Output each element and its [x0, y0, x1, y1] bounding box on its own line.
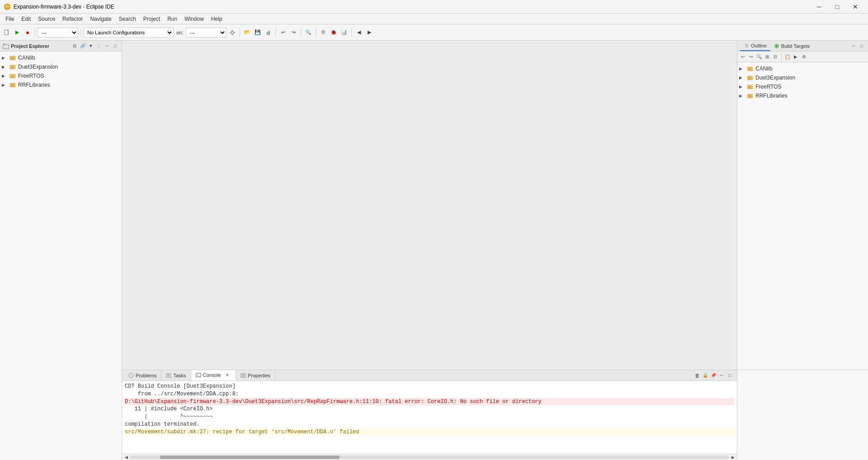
console-h-scrollbar[interactable]: ◀ ▶	[122, 454, 737, 460]
tb-profile-btn[interactable]: 📊	[339, 28, 349, 38]
tb-save-btn[interactable]: 💾	[253, 28, 263, 38]
menu-refactor[interactable]: Refactor	[59, 14, 86, 24]
outline-item-canlib[interactable]: ▶ C CANlib	[737, 64, 868, 73]
console-line-0: from ../src/Movement/DDA.cpp:8:	[125, 390, 734, 398]
tb-redo-btn[interactable]: ↪	[288, 28, 298, 38]
console-line-5: src/Movement/subdir.mk:27: recipe for ta…	[125, 428, 734, 436]
minimize-button[interactable]: ─	[810, 0, 828, 14]
outline-max-btn[interactable]: □	[858, 42, 865, 50]
pe-link-btn[interactable]: 🔗	[79, 42, 86, 50]
pe-filter-btn[interactable]: ▼	[87, 42, 94, 50]
outline-duet3-icon: C	[746, 74, 754, 81]
svg-text:C: C	[749, 68, 751, 70]
bottom-max-btn[interactable]: □	[726, 372, 733, 379]
close-button[interactable]: ✕	[846, 0, 864, 14]
tab-tasks[interactable]: Tasks	[161, 370, 191, 380]
menu-window[interactable]: Window	[181, 14, 208, 24]
title-bar-controls: ─ □ ✕	[810, 0, 864, 14]
config-combo[interactable]: ---	[38, 28, 78, 38]
tb-btn-extra1[interactable]: ◀	[354, 28, 364, 38]
outline-arrow-freertos: ▶	[739, 84, 746, 89]
tab-properties[interactable]: Properties	[236, 370, 275, 380]
outline-tb-btn8[interactable]: ⚙	[800, 53, 807, 61]
svg-point-34	[776, 45, 778, 47]
tree-item-canlib[interactable]: ▶ C CANlib	[0, 53, 122, 62]
scroll-left-btn[interactable]: ◀	[123, 454, 129, 460]
outline-item-duet3[interactable]: ▶ C Duet3Expansion	[737, 73, 868, 82]
console-pin-btn[interactable]: 📌	[710, 372, 717, 379]
title-bar-left: Expansion-firmware-3.3-dev - Eclipse IDE	[4, 3, 114, 10]
tb-run-btn[interactable]: ▶	[12, 28, 22, 38]
svg-text:!: !	[131, 374, 132, 377]
outline-item-rrf[interactable]: ▶ C RRFLibraries	[737, 91, 868, 100]
outline-tb-btn1[interactable]: ↩	[739, 53, 746, 61]
console-content[interactable]: CDT Build Console [Duet3Expansion] from …	[122, 381, 737, 454]
tb-undo-btn[interactable]: ↩	[278, 28, 288, 38]
menu-navigate[interactable]: Navigate	[86, 14, 115, 24]
tb-debug-btn[interactable]: 🐞	[329, 28, 339, 38]
menu-help[interactable]: Help	[208, 14, 226, 24]
tb-print-btn[interactable]: 🖨	[263, 28, 273, 38]
outline-tb-btn4[interactable]: ⊞	[764, 53, 771, 61]
tb-search-btn[interactable]: 🔍	[303, 28, 313, 38]
scroll-right-btn[interactable]: ▶	[730, 454, 736, 460]
tab-problems[interactable]: ! Problems	[124, 370, 161, 380]
tree-arrow-duet3: ▶	[2, 65, 9, 69]
pe-collapse-btn[interactable]: ⊟	[71, 42, 78, 50]
outline-tb-btn6[interactable]: 📋	[784, 53, 791, 61]
tb-settings-btn[interactable]	[227, 28, 237, 38]
sep-1	[35, 28, 35, 37]
menu-edit[interactable]: Edit	[18, 14, 34, 24]
outline-tb-btn7[interactable]: ▶	[792, 53, 799, 61]
outline-tb-btn5[interactable]: ⊟	[772, 53, 779, 61]
editor-area	[122, 41, 737, 370]
tb-btn-extra2[interactable]: ▶	[364, 28, 374, 38]
pe-max-btn[interactable]: □	[112, 42, 119, 50]
tb-new-btn[interactable]	[2, 28, 12, 38]
sep-7	[351, 28, 352, 37]
console-clear-btn[interactable]: 🗑	[693, 372, 701, 379]
bottom-tab-list: ! Problems Tasks	[124, 370, 275, 380]
toolbar-group-5: ⚙ 🐞 📊	[318, 28, 349, 38]
tab-outline[interactable]: Outline	[740, 41, 770, 51]
console-close-btn[interactable]: ✕	[224, 371, 231, 379]
console-line-4: compilation terminated.	[125, 421, 734, 428]
launch-combo[interactable]: No Launch Configurations	[83, 28, 174, 38]
menu-source[interactable]: Source	[34, 14, 59, 24]
console-title: CDT Build Console [Duet3Expansion]	[125, 383, 734, 390]
main-area: Project Explorer ⊟ 🔗 ▼ ⋮ ─ □ ▶ C	[0, 41, 868, 460]
rrf-icon: C	[9, 81, 16, 89]
freertos-icon: C	[9, 72, 16, 80]
tab-build-targets[interactable]: Build Targets	[770, 41, 813, 51]
problems-icon: !	[128, 373, 134, 378]
toolbar-group-4: 🔍	[303, 28, 313, 38]
console-scroll-lock-btn[interactable]: 🔒	[702, 372, 709, 379]
outline-tb-btn2[interactable]: ↪	[747, 53, 755, 61]
pe-menu-btn[interactable]: ⋮	[95, 42, 103, 50]
on-combo[interactable]: ---	[186, 28, 226, 38]
outline-icon	[744, 43, 749, 48]
outline-min-btn[interactable]: ─	[850, 42, 857, 50]
maximize-button[interactable]: □	[828, 0, 846, 14]
menu-project[interactable]: Project	[140, 14, 164, 24]
menu-file[interactable]: File	[2, 14, 18, 24]
menu-run[interactable]: Run	[164, 14, 181, 24]
tree-item-duet3expansion[interactable]: ▶ C Duet3Expansion	[0, 62, 122, 71]
outline-item-freertos[interactable]: ▶ C FreeRTOS	[737, 82, 868, 91]
bottom-min-btn[interactable]: ─	[718, 372, 725, 379]
tb-stop-btn[interactable]: ■	[23, 28, 33, 38]
tree-arrow-freertos: ▶	[2, 74, 9, 78]
tab-console[interactable]: >_ Console ✕	[191, 370, 236, 380]
menu-search[interactable]: Search	[115, 14, 140, 24]
outline-tb-btn3[interactable]: 🔍	[755, 53, 763, 61]
pe-min-btn[interactable]: ─	[104, 42, 111, 50]
toolbar-group-2: 📂 💾 🖨	[242, 28, 273, 38]
tree-item-rrf[interactable]: ▶ C RRFLibraries	[0, 80, 122, 89]
outline-sep	[781, 52, 782, 61]
tree-item-freertos[interactable]: ▶ C FreeRTOS	[0, 71, 122, 80]
center-column: ! Problems Tasks	[122, 41, 737, 460]
svg-rect-10	[3, 45, 9, 49]
outline-label-duet3: Duet3Expansion	[755, 75, 795, 81]
tb-build-btn[interactable]: ⚙	[318, 28, 328, 38]
tb-open-btn[interactable]: 📂	[242, 28, 252, 38]
